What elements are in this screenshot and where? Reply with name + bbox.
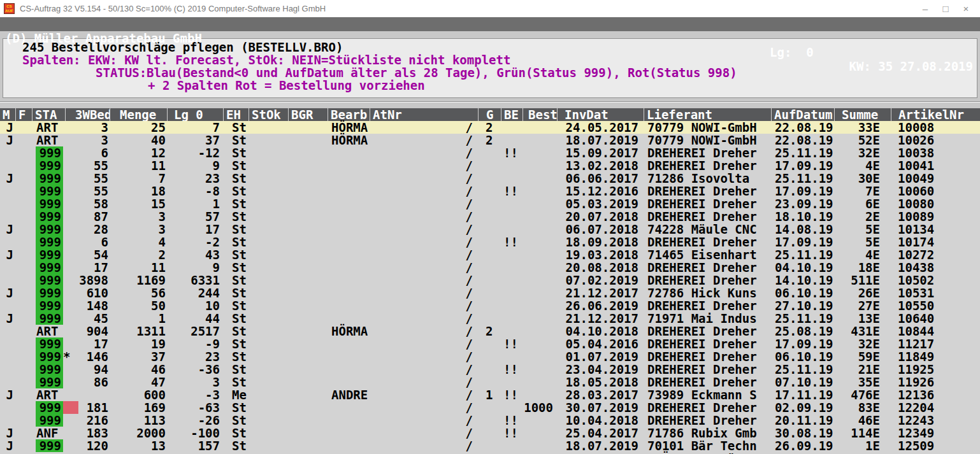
cell-atnr: / bbox=[370, 197, 478, 210]
cell-g bbox=[478, 159, 501, 172]
cell-bearb bbox=[328, 287, 370, 299]
cell-stok bbox=[249, 312, 288, 325]
status-badge-green: 999 bbox=[36, 274, 63, 287]
cell-bgr bbox=[288, 223, 328, 236]
cell-bed: 55 bbox=[65, 185, 110, 197]
table-row[interactable]: J99955723St/06.06.201771286 Isovolta25.1… bbox=[0, 172, 980, 185]
cell-lieferant: 70779 NOWI-GmbH bbox=[644, 134, 771, 146]
cell-eh: St bbox=[223, 325, 249, 337]
cell-f bbox=[15, 414, 32, 427]
table-row[interactable]: 9995518-8St/!!15.12.2016DREHEREI Dreher1… bbox=[0, 185, 980, 197]
table-row[interactable]: J99928317St/06.07.201874228 Mäule CNC14.… bbox=[0, 223, 980, 236]
cell-eh: St bbox=[223, 401, 249, 414]
cell-aufdatum: 17.11.19 bbox=[771, 388, 834, 401]
cell-aufdatum: 14.10.19 bbox=[771, 274, 834, 287]
table-row[interactable]: 999216113-26St/!!10.04.2018DREHEREI Dreh… bbox=[0, 414, 980, 427]
table-row[interactable]: 999389811696331St/07.02.2019DREHEREI Dre… bbox=[0, 274, 980, 287]
cell-g bbox=[478, 146, 501, 159]
cell-bgr bbox=[288, 363, 328, 376]
col-header-lg-0: Lg 0 bbox=[167, 108, 223, 121]
cell-bgr bbox=[288, 388, 328, 401]
cell-best bbox=[522, 287, 557, 299]
cell-bed: 120 bbox=[65, 439, 110, 452]
table-row[interactable]: 9991485010St/26.06.2019DREHEREI Dreher27… bbox=[0, 299, 980, 312]
table-row[interactable]: 99917119St/20.08.2018DREHEREI Dreher04.1… bbox=[0, 261, 980, 274]
table-row[interactable]: J99954243St/19.03.201871465 Eisenhart25.… bbox=[0, 248, 980, 261]
cell-sta: 999 bbox=[32, 274, 65, 287]
table-row[interactable]: J99961056244St/21.12.201772786 Hick Kuns… bbox=[0, 287, 980, 299]
cell-artikelnr: 10134 bbox=[891, 223, 980, 236]
cell-stok bbox=[249, 401, 288, 414]
cell-stok bbox=[249, 287, 288, 299]
cell-g bbox=[478, 261, 501, 274]
cell-invdat: 15.09.2017 bbox=[557, 146, 644, 159]
cell-atnr: / bbox=[370, 210, 478, 223]
cell-eh: St bbox=[223, 376, 249, 388]
table-row[interactable]: 99987357St/20.07.2018DREHEREI Dreher18.1… bbox=[0, 210, 980, 223]
cell-artikelnr: 10531 bbox=[891, 287, 980, 299]
cell-g bbox=[478, 439, 501, 452]
cell-artikelnr: 11217 bbox=[891, 337, 980, 350]
table-row[interactable]: 999*1463723St/01.07.2019DREHEREI Dreher0… bbox=[0, 350, 980, 363]
table-row[interactable]: J99945144St/21.12.201771971 Mai Indus25.… bbox=[0, 312, 980, 325]
cell-eh: Me bbox=[223, 388, 249, 401]
cell-f bbox=[15, 261, 32, 274]
cell-bearb bbox=[328, 401, 370, 414]
cell-g bbox=[478, 274, 501, 287]
cell-be bbox=[501, 210, 522, 223]
table-row[interactable]: 9999446-36St/!!23.04.2019DREHEREI Dreher… bbox=[0, 363, 980, 376]
cell-f bbox=[15, 350, 32, 363]
table-row[interactable]: JART3257StHÖRMA/224.05.201770779 NOWI-Gm… bbox=[0, 121, 980, 134]
cell-bed: 54 bbox=[65, 248, 110, 261]
table-row[interactable]: 99958151St/05.03.2019DREHEREI Dreher23.0… bbox=[0, 197, 980, 210]
cell-summe: 1E bbox=[834, 439, 891, 452]
table-row[interactable]: ART90413112517StHÖRMA/204.10.2018DREHERE… bbox=[0, 325, 980, 337]
cell-summe: 6E bbox=[834, 197, 891, 210]
cell-menge: 56 bbox=[110, 287, 167, 299]
cell-menge: 2 bbox=[110, 248, 167, 261]
table-row[interactable]: 999612-12St/!!15.09.2017DREHEREI Dreher2… bbox=[0, 146, 980, 159]
cell-g bbox=[478, 248, 501, 261]
window-titlebar[interactable]: CSAUF CS-Auftrag 32 V5.154 - 50/130 Sc=1… bbox=[0, 0, 980, 17]
cell-menge: 46 bbox=[110, 363, 167, 376]
cell-m bbox=[0, 185, 15, 197]
table-row[interactable]: 999181169-63St/100030.07.2019DREHEREI Dr… bbox=[0, 401, 980, 414]
cell-sta: 999 bbox=[32, 401, 65, 414]
cell-artikelnr: 10438 bbox=[891, 261, 980, 274]
cell-menge: 11 bbox=[110, 159, 167, 172]
table-row[interactable]: JART600-3MeANDRE/1!!28.03.201773989 Eckm… bbox=[0, 388, 980, 401]
cell-stok bbox=[249, 261, 288, 274]
table-row[interactable]: 99986473St/18.05.2018DREHEREI Dreher07.1… bbox=[0, 376, 980, 388]
cell-sta: 999 bbox=[32, 197, 65, 210]
cell-bed: 17 bbox=[65, 337, 110, 350]
cell-bed: 146 bbox=[65, 350, 110, 363]
cell-sta: 999 bbox=[32, 248, 65, 261]
cell-aufdatum: 18.10.19 bbox=[771, 210, 834, 223]
cell-menge: 1 bbox=[110, 312, 167, 325]
maximize-icon[interactable]: □ bbox=[935, 3, 956, 14]
cell-sta: 999 bbox=[32, 414, 65, 427]
cell-aufdatum: 22.08.19 bbox=[771, 134, 834, 146]
cell-atnr: / bbox=[370, 146, 478, 159]
cell-invdat: 18.05.2018 bbox=[557, 376, 644, 388]
minimize-icon[interactable]: – bbox=[915, 3, 935, 14]
table-row[interactable]: 99955119St/13.02.2018DREHEREI Dreher17.0… bbox=[0, 159, 980, 172]
cell-lieferant: 72786 Hick Kuns bbox=[644, 287, 771, 299]
close-icon[interactable]: × bbox=[956, 3, 976, 14]
status-badge-green: 999 bbox=[36, 261, 63, 274]
cell-artikelnr: 11926 bbox=[891, 376, 980, 388]
table-row[interactable]: JANF1832000-100St/!!25.04.201771786 Rubi… bbox=[0, 427, 980, 439]
cell-best: 1000 bbox=[522, 401, 557, 414]
table-row[interactable]: JART34037StHÖRMA/218.07.201970779 NOWI-G… bbox=[0, 134, 980, 146]
separator-groove bbox=[0, 101, 980, 103]
table-row[interactable]: J99912013157St/18.07.201970101 Bär Techn… bbox=[0, 439, 980, 452]
cell-artikelnr: 10502 bbox=[891, 274, 980, 287]
cell-eh: St bbox=[223, 427, 249, 439]
cell-g bbox=[478, 337, 501, 350]
table-row[interactable]: 9991719-9St/!!05.04.2016DREHEREI Dreher1… bbox=[0, 337, 980, 350]
cell-sta: 999 bbox=[32, 299, 65, 312]
cell-lg0: 1 bbox=[167, 197, 223, 210]
table-row[interactable]: 99964-2St/!!18.09.2018DREHEREI Dreher17.… bbox=[0, 236, 980, 248]
cell-lieferant: 74228 Mäule CNC bbox=[644, 223, 771, 236]
cell-summe: 46E bbox=[834, 414, 891, 427]
